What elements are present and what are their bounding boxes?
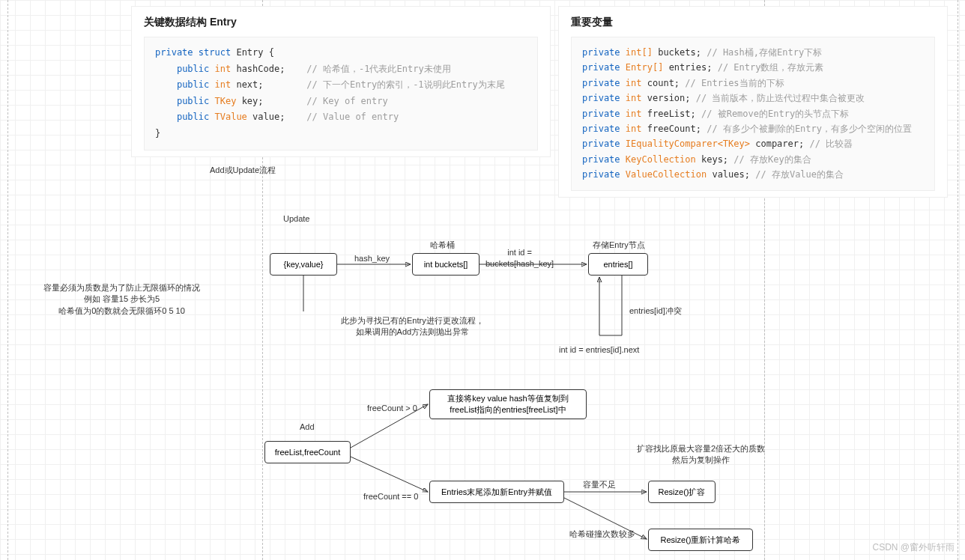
hash-key-label: hash_key: [354, 253, 390, 264]
kw: private: [582, 47, 620, 58]
kw: private: [582, 169, 620, 180]
comment: // Entries当前的下标: [685, 78, 784, 88]
int-id-buckets-label: int id = buckets[hash_key]: [485, 247, 554, 270]
name: comparer;: [755, 139, 804, 149]
kw: struct: [199, 47, 231, 58]
name: key;: [242, 96, 264, 106]
name: next;: [236, 79, 263, 90]
kw: private: [582, 154, 620, 165]
comment: // Hash桶,存储Entry下标: [707, 47, 822, 58]
type: TValue: [215, 112, 247, 122]
node-resize: Resize()扩容: [648, 481, 716, 503]
comment: // 哈希值，-1代表此Entry未使用: [306, 64, 450, 74]
text: }: [155, 128, 160, 139]
entry-struct-card: 关键数据结构 Entry private struct Entry { publ…: [131, 6, 551, 157]
kw: public: [177, 96, 209, 106]
type: int: [626, 78, 642, 88]
kw: private: [582, 78, 620, 88]
name: buckets;: [658, 47, 701, 58]
kw: private: [582, 109, 620, 119]
type: ValueCollection: [626, 169, 707, 180]
comment: // 当前版本，防止迭代过程中集合被更改: [696, 93, 865, 103]
card-title: 重要变量: [571, 16, 935, 29]
comment: // Key of entry: [306, 96, 387, 106]
capacity-insufficient-label: 容量不足: [583, 479, 616, 490]
entries-conflict-label: entries[id]冲突: [629, 305, 682, 317]
kw: private: [155, 47, 193, 58]
kw: public: [177, 112, 209, 122]
node-resize-rehash: Resize()重新计算哈希: [648, 529, 753, 551]
freecount-eq0-label: freeCount == 0: [363, 491, 418, 502]
collision-many-label: 哈希碰撞次数较多: [569, 529, 635, 540]
name: hashCode;: [236, 64, 285, 74]
name: entries;: [669, 62, 713, 73]
name: freeCount;: [647, 124, 701, 134]
watermark: CSDN @窗外听轩雨: [872, 541, 955, 554]
guide-line: [7, 0, 8, 560]
node-key-value: {key,value}: [270, 253, 337, 276]
variables-code: private int[] buckets; // Hash桶,存储Entry下…: [571, 37, 935, 191]
type: int: [626, 93, 642, 103]
type: int: [215, 64, 232, 74]
kw: private: [582, 139, 620, 149]
freecount-gt0-label: freeCount > 0: [367, 403, 417, 414]
comment: // 被Remove的Entry的头节点下标: [701, 109, 849, 119]
name: version;: [647, 93, 691, 103]
add-label: Add: [300, 421, 315, 433]
update-label: Update: [283, 213, 309, 225]
node-append-entry: Entries末尾添加新Entry并赋值: [429, 481, 564, 503]
entry-struct-code: private struct Entry { public int hashCo…: [144, 37, 538, 150]
find-entry-note: 此步为寻找已有的Entry进行更改流程， 如果调用的Add方法则抛出异常: [341, 315, 484, 338]
name: value;: [252, 112, 285, 122]
guide-line: [958, 0, 958, 560]
hash-bucket-label: 哈希桶: [430, 240, 455, 251]
store-entry-label: 存储Entry节点: [593, 240, 645, 251]
node-entries: entries[]: [588, 253, 648, 276]
comment: // 存放Key的集合: [733, 154, 811, 165]
card-title: 关键数据结构 Entry: [144, 16, 538, 29]
node-buckets: int buckets[]: [412, 253, 480, 276]
add-update-flow-label: Add或Update流程: [210, 165, 276, 176]
name: values;: [712, 169, 750, 180]
type: Entry[]: [626, 62, 664, 73]
comment: // 有多少个被删除的Entry，有多少个空闲的位置: [707, 124, 912, 134]
text: Entry {: [236, 47, 274, 58]
type: IEqualityComparer<TKey>: [626, 139, 750, 149]
kw: public: [177, 64, 209, 74]
type: TKey: [215, 96, 237, 106]
variables-card: 重要变量 private int[] buckets; // Hash桶,存储E…: [558, 6, 948, 198]
type: KeyCollection: [626, 154, 696, 165]
comment: // Entry数组，存放元素: [718, 62, 824, 73]
type: int: [626, 124, 642, 134]
name: freeList;: [647, 109, 696, 119]
comment: // 下一个Entry的索引，-1说明此Entry为末尾: [306, 79, 504, 90]
comment: // 比较器: [809, 139, 853, 149]
kw: private: [582, 62, 620, 73]
node-freelist: freeList,freeCount: [264, 441, 351, 463]
type: int: [626, 109, 642, 119]
type: int: [215, 79, 232, 90]
prime-note: 容量必须为质数是为了防止无限循环的情况 例如 容量15 步长为5 哈希值为0的数…: [43, 282, 200, 317]
kw: private: [582, 124, 620, 134]
name: keys;: [701, 154, 728, 165]
kw: private: [582, 93, 620, 103]
node-copy-direct: 直接将key value hash等值复制到 freeList指向的entrie…: [429, 389, 587, 419]
comment: // Value of entry: [306, 112, 399, 122]
resize-note: 扩容找比原最大容量2倍还大的质数 然后为复制操作: [637, 443, 765, 466]
type: int[]: [626, 47, 653, 58]
kw: public: [177, 79, 209, 90]
name: count;: [647, 78, 680, 88]
comment: // 存放Value的集合: [755, 169, 844, 180]
int-id-next-label: int id = entries[id].next: [559, 344, 639, 356]
